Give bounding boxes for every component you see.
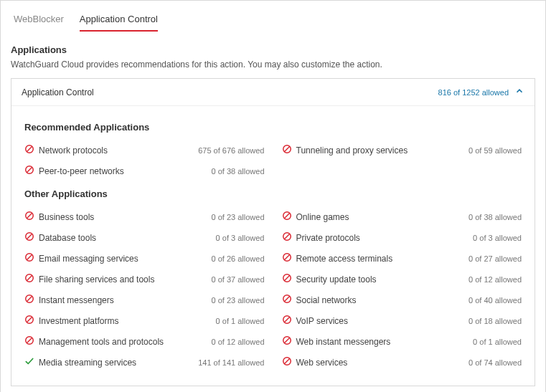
- app-row[interactable]: Security update tools0 of 12 allowed: [282, 269, 522, 290]
- app-row[interactable]: File sharing services and tools0 of 37 a…: [24, 269, 265, 290]
- app-left: Tunneling and proxy services: [282, 144, 408, 156]
- block-icon: [282, 252, 292, 264]
- block-icon: [282, 144, 292, 156]
- app-name: Database tools: [39, 233, 96, 243]
- app-name: Media streaming services: [39, 358, 136, 368]
- app-name: Remote access terminals: [296, 254, 393, 264]
- block-icon: [282, 294, 292, 306]
- app-row[interactable]: Web instant messengers0 of 1 allowed: [282, 331, 522, 352]
- app-left: Security update tools: [282, 273, 377, 285]
- app-row[interactable]: Peer-to-peer networks0 of 38 allowed: [24, 161, 265, 181]
- svg-line-15: [27, 255, 32, 260]
- app-name: Peer-to-peer networks: [39, 166, 124, 176]
- svg-line-17: [284, 255, 289, 260]
- block-icon: [24, 231, 34, 244]
- app-name: Web instant messengers: [296, 337, 391, 347]
- block-icon: [282, 273, 292, 285]
- app-row[interactable]: Investment platforms0 of 1 allowed: [24, 310, 265, 331]
- app-status: 0 of 1 allowed: [473, 338, 522, 346]
- app-row[interactable]: Database tools0 of 3 allowed: [24, 227, 265, 248]
- app-left: Web instant messengers: [282, 335, 391, 348]
- app-row[interactable]: Online games0 of 38 allowed: [282, 206, 522, 227]
- app-row[interactable]: VoIP services0 of 18 allowed: [282, 310, 522, 331]
- svg-line-25: [284, 297, 289, 302]
- block-icon: [24, 335, 34, 348]
- app-row[interactable]: Management tools and protocols0 of 12 al…: [24, 331, 265, 352]
- app-name: File sharing services and tools: [39, 274, 154, 285]
- svg-line-9: [284, 214, 289, 219]
- app-left: Management tools and protocols: [24, 335, 164, 348]
- block-icon: [24, 252, 34, 264]
- app-name: Tunneling and proxy services: [296, 145, 408, 156]
- app-status: 0 of 23 allowed: [212, 213, 265, 221]
- app-row[interactable]: Media streaming services141 of 141 allow…: [24, 352, 265, 373]
- app-left: Web services: [282, 356, 348, 368]
- block-icon: [24, 165, 34, 177]
- app-left: File sharing services and tools: [24, 273, 154, 285]
- app-name: Social networks: [296, 295, 357, 305]
- other-apps-grid: Business tools0 of 23 allowedOnline game…: [24, 206, 522, 373]
- app-name: Instant messengers: [39, 295, 114, 305]
- app-left: Private protocols: [282, 231, 360, 244]
- app-status: 0 of 18 allowed: [469, 317, 522, 325]
- app-status: 675 of 676 allowed: [198, 146, 264, 155]
- app-status: 0 of 3 allowed: [216, 234, 265, 242]
- app-status: 0 of 12 allowed: [212, 338, 265, 346]
- svg-line-33: [284, 338, 289, 343]
- block-icon: [24, 294, 34, 306]
- panel-header[interactable]: Application Control 816 of 1252 allowed: [11, 79, 535, 106]
- block-icon: [282, 335, 292, 348]
- block-icon: [24, 144, 34, 156]
- app-status: 141 of 141 allowed: [198, 358, 264, 367]
- panel-title: Application Control: [22, 87, 94, 97]
- app-status: 0 of 27 allowed: [469, 254, 522, 263]
- svg-line-3: [284, 147, 289, 152]
- app-row[interactable]: Email messaging services0 of 26 allowed: [24, 248, 265, 269]
- app-row[interactable]: Social networks0 of 40 allowed: [282, 290, 522, 310]
- app-status: 0 of 59 allowed: [469, 146, 522, 155]
- app-left: Database tools: [24, 231, 96, 244]
- app-left: Peer-to-peer networks: [24, 165, 124, 177]
- app-left: Social networks: [282, 294, 357, 306]
- app-left: Business tools: [24, 211, 94, 223]
- svg-line-27: [27, 317, 32, 322]
- app-left: Online games: [282, 211, 349, 223]
- svg-line-13: [284, 234, 289, 239]
- app-status: 0 of 37 allowed: [212, 275, 265, 284]
- app-status: 0 of 40 allowed: [469, 296, 522, 305]
- svg-line-1: [27, 147, 32, 152]
- svg-line-31: [27, 338, 32, 343]
- app-row[interactable]: Remote access terminals0 of 27 allowed: [282, 248, 522, 269]
- panel-summary: 816 of 1252 allowed: [438, 88, 509, 97]
- svg-line-7: [27, 214, 32, 219]
- block-icon: [282, 231, 292, 244]
- tab-bar: WebBlocker Application Control: [11, 1, 535, 32]
- chevron-up-icon[interactable]: [514, 86, 524, 98]
- app-row[interactable]: Instant messengers0 of 23 allowed: [24, 290, 265, 310]
- app-left: Instant messengers: [24, 294, 114, 306]
- svg-line-19: [27, 276, 32, 281]
- svg-line-5: [27, 168, 32, 173]
- app-status: 0 of 3 allowed: [473, 234, 522, 242]
- tab-application-control[interactable]: Application Control: [80, 11, 158, 32]
- section-description: WatchGuard Cloud provides recommendation…: [11, 59, 535, 70]
- svg-line-11: [27, 234, 32, 239]
- tab-webblocker[interactable]: WebBlocker: [14, 11, 64, 32]
- block-icon: [24, 211, 34, 223]
- app-left: Media streaming services: [24, 356, 136, 368]
- appcontrol-panel: Application Control 816 of 1252 allowed …: [11, 78, 535, 386]
- app-row[interactable]: Business tools0 of 23 allowed: [24, 206, 265, 227]
- app-row[interactable]: Private protocols0 of 3 allowed: [282, 227, 522, 248]
- app-row[interactable]: Tunneling and proxy services0 of 59 allo…: [282, 140, 522, 161]
- app-name: VoIP services: [296, 316, 348, 326]
- panel-summary-area: 816 of 1252 allowed: [438, 86, 524, 98]
- recommended-apps-grid: Network protocols675 of 676 allowedTunne…: [24, 140, 522, 181]
- app-name: Security update tools: [296, 274, 377, 285]
- block-icon: [24, 273, 34, 285]
- svg-line-21: [284, 276, 289, 281]
- app-status: 0 of 12 allowed: [469, 275, 522, 284]
- app-row[interactable]: Network protocols675 of 676 allowed: [24, 140, 265, 161]
- app-row[interactable]: Web services0 of 74 allowed: [282, 352, 522, 373]
- app-left: VoIP services: [282, 315, 348, 327]
- app-status: 0 of 26 allowed: [212, 254, 265, 263]
